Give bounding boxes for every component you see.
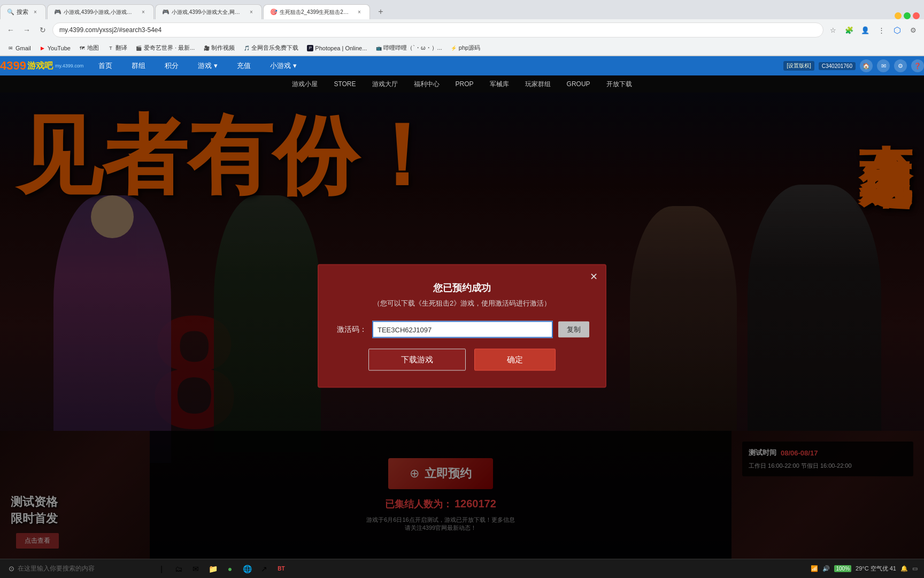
- bookmark-video[interactable]: 🎥 制作视频: [200, 43, 238, 53]
- bookmark-bilibili[interactable]: 📺 哔哩哔哩（`・ω・）...: [372, 43, 445, 53]
- tab-close-4[interactable]: ×: [356, 9, 363, 16]
- nav-4399: 4399 游戏吧 my.4399.com 首页 群组 积分 游戏 ▾ 充值 小游…: [0, 56, 924, 75]
- modal-subtitle: （您可以下载《生死狙击2》游戏，使用激活码进行激活）: [335, 299, 589, 308]
- taskbar-app-bar[interactable]: |: [154, 561, 169, 576]
- taskbar-search-icon: ⊙: [9, 565, 14, 573]
- back-button[interactable]: ←: [4, 24, 17, 36]
- taskbar-app-wechat[interactable]: ●: [222, 561, 237, 576]
- profile-icon[interactable]: 👤: [859, 24, 872, 36]
- bookmark-youtube-label: YouTube: [48, 45, 71, 51]
- nav-recharge[interactable]: 充值: [233, 59, 255, 73]
- close-button[interactable]: [913, 12, 920, 19]
- taskbar-weather: 29°C 空气优 41: [856, 565, 896, 573]
- taskbar-sound-icon[interactable]: 🔊: [822, 565, 830, 572]
- browser-tab-3[interactable]: 🎮 小游戏,4399小游戏大全,网页游... ×: [155, 4, 262, 19]
- gmail-favicon: ✉: [7, 45, 14, 51]
- bookmark-maps-label: 地图: [87, 44, 99, 52]
- nav-group[interactable]: 群组: [127, 59, 150, 73]
- browser-tab-4[interactable]: 🎯 生死狙击2_4399生死狙击2官网... ×: [263, 4, 370, 19]
- iqiyi-favicon: 🎬: [136, 45, 142, 51]
- address-bar-row: ← → ↻ ☆ 🧩 👤 ⋮ ⬡ ⚙: [0, 19, 924, 41]
- confirm-button[interactable]: 确定: [474, 349, 556, 371]
- modal-title: 您已预约成功: [335, 282, 589, 294]
- reload-button[interactable]: ↻: [36, 24, 49, 36]
- bookmark-php[interactable]: ⚡ php源码: [448, 43, 483, 53]
- bookmark-php-label: php源码: [459, 44, 480, 52]
- bookmark-maps[interactable]: 🗺 地图: [76, 43, 102, 53]
- bookmark-star-icon[interactable]: ☆: [827, 24, 840, 36]
- logo-number: 4399: [0, 59, 26, 73]
- php-favicon: ⚡: [451, 45, 457, 51]
- browser-tab-2[interactable]: 🎮 小游戏,4399小游戏,小游戏大全... ×: [47, 4, 154, 19]
- window-controls: [895, 12, 924, 19]
- minimize-button[interactable]: [895, 12, 902, 19]
- bookmark-gmail[interactable]: ✉ Gmail: [4, 44, 34, 52]
- activation-code-input[interactable]: [372, 321, 553, 338]
- maps-favicon: 🗺: [79, 45, 86, 51]
- copy-button[interactable]: 复制: [558, 322, 589, 338]
- taskbar-app-folder[interactable]: 📁: [205, 561, 220, 576]
- taskbar-notification-icon[interactable]: 🔔: [900, 565, 908, 572]
- maximize-button[interactable]: [904, 12, 911, 19]
- taskbar-app-bt[interactable]: BT: [274, 561, 289, 576]
- sub-nav-welfare[interactable]: 福利中心: [414, 80, 440, 89]
- bookmark-iqiyi[interactable]: 🎬 爱奇艺世界 · 最新...: [133, 43, 198, 53]
- sub-nav-group[interactable]: GROUP: [567, 80, 590, 88]
- tab-close-1[interactable]: ×: [32, 9, 39, 16]
- nav-home-icon[interactable]: 🏠: [860, 59, 873, 72]
- forward-button[interactable]: →: [20, 24, 33, 36]
- sub-nav-prop[interactable]: PROP: [456, 80, 474, 88]
- nav-mail-icon[interactable]: ✉: [877, 59, 890, 72]
- sub-nav-armory[interactable]: 军械库: [490, 80, 509, 89]
- nav-help-icon[interactable]: ❓: [911, 59, 924, 72]
- nav-mini-games[interactable]: 小游戏 ▾: [266, 59, 301, 73]
- settings-icon[interactable]: ⚙: [907, 24, 920, 36]
- webpage-content: 4399 游戏吧 my.4399.com 首页 群组 积分 游戏 ▾ 充值 小游…: [0, 56, 924, 559]
- tab-favicon-1: 🔍: [7, 9, 14, 16]
- taskbar-show-desktop[interactable]: ▭: [912, 565, 918, 572]
- taskbar-app-mail[interactable]: ✉: [188, 561, 203, 576]
- tab-close-2[interactable]: ×: [140, 9, 147, 16]
- sub-nav-player-group[interactable]: 玩家群组: [525, 80, 551, 89]
- nav-points[interactable]: 积分: [160, 59, 183, 73]
- taskbar-app-chrome[interactable]: 🌐: [240, 561, 255, 576]
- extensions-icon[interactable]: 🧩: [843, 24, 856, 36]
- bookmark-music[interactable]: 🎵 全网音乐免费下载: [240, 43, 302, 53]
- bookmark-gmail-label: Gmail: [16, 45, 31, 51]
- logo-subtitle: my.4399.com: [55, 63, 83, 69]
- bookmark-youtube[interactable]: ▶ YouTube: [36, 44, 74, 52]
- bookmark-photopea-label: Photopea | Online...: [315, 45, 367, 51]
- download-game-button[interactable]: 下载游戏: [368, 349, 466, 371]
- nav-home[interactable]: 首页: [94, 59, 117, 73]
- menu-icon[interactable]: ⋮: [875, 24, 888, 36]
- nav-settings-label[interactable]: [设置版权]: [783, 61, 814, 71]
- taskbar-search-placeholder[interactable]: 在这里输入你要搜索的内容: [18, 564, 95, 573]
- bookmarks-bar: ✉ Gmail ▶ YouTube 🗺 地图 T 翻译 🎬 爱奇艺世界 · 最新…: [0, 41, 924, 56]
- new-tab-button[interactable]: +: [373, 4, 388, 19]
- tab-favicon-4: 🎯: [270, 9, 278, 16]
- address-input[interactable]: [52, 22, 823, 37]
- taskbar-app-edge[interactable]: ↗: [257, 561, 272, 576]
- tab-close-3[interactable]: ×: [248, 9, 255, 16]
- sub-nav-store[interactable]: STORE: [334, 80, 356, 88]
- logo-4399[interactable]: 4399 游戏吧 my.4399.com: [0, 59, 83, 73]
- taskbar-right-area: 📶 🔊 100% 29°C 空气优 41 🔔 ▭: [804, 565, 924, 573]
- modal-wrapper: ✕ 您已预约成功 （您可以下载《生死狙击2》游戏，使用激活码进行激活） 激活码：…: [318, 264, 606, 388]
- tab-title-1: 搜索: [17, 8, 28, 16]
- bilibili-favicon: 📺: [375, 45, 382, 51]
- music-favicon: 🎵: [243, 45, 250, 51]
- modal-close-button[interactable]: ✕: [590, 271, 598, 283]
- taskbar-apps-area: | 🗂 ✉ 📁 ● 🌐 ↗ BT: [150, 561, 293, 576]
- bookmark-translate[interactable]: T 翻译: [104, 43, 130, 53]
- nav-settings-icon[interactable]: ⚙: [894, 59, 907, 72]
- bookmark-photopea[interactable]: P Photopea | Online...: [304, 44, 370, 52]
- nav-right-area: [设置版权] C340201760 🏠 ✉ ⚙ ❓: [783, 59, 924, 72]
- activation-code-label: 激活码：: [335, 325, 367, 334]
- nav-games[interactable]: 游戏 ▾: [194, 59, 222, 73]
- browser-tab-1[interactable]: 🔍 搜索 ×: [0, 4, 46, 19]
- sub-nav-open-download[interactable]: 开放下载: [606, 80, 632, 89]
- sub-nav-hall[interactable]: 游戏大厅: [372, 80, 398, 89]
- sub-nav-shack[interactable]: 游戏小屋: [292, 80, 318, 89]
- nav-user-id[interactable]: C340201760: [819, 62, 856, 70]
- taskbar-app-explorer[interactable]: 🗂: [171, 561, 186, 576]
